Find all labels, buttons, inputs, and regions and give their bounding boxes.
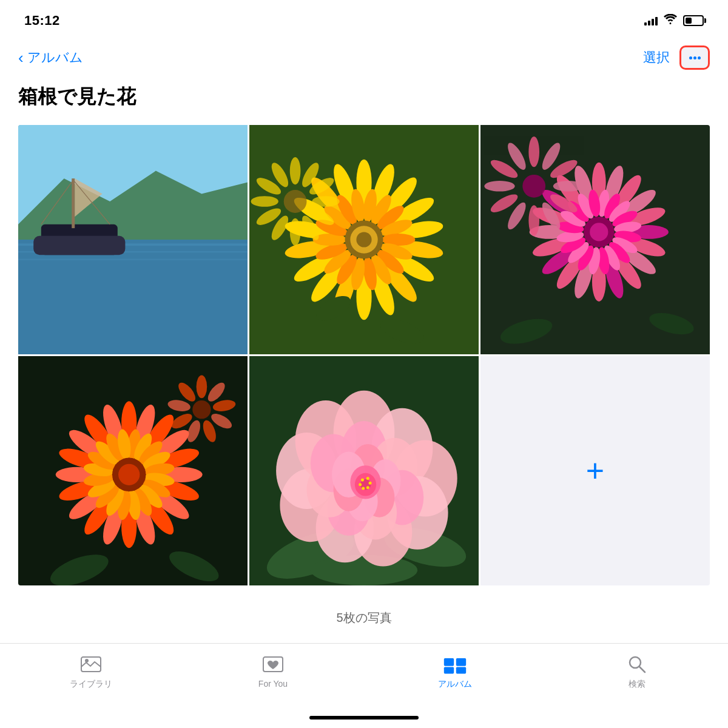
svg-point-117 — [528, 205, 539, 235]
photo-rose[interactable] — [249, 356, 479, 585]
tab-albums-label: アルバム — [438, 679, 472, 690]
tab-search-label: 検索 — [629, 679, 645, 690]
more-dot-1 — [689, 56, 692, 59]
select-button[interactable]: 選択 — [643, 49, 670, 67]
svg-point-168 — [118, 464, 140, 485]
svg-point-114 — [553, 181, 584, 192]
tab-bar: ライブラリ For You アルバム — [0, 643, 728, 728]
more-dot-2 — [693, 56, 696, 59]
svg-point-213 — [366, 486, 369, 489]
svg-rect-9 — [72, 178, 75, 228]
svg-point-62 — [251, 196, 278, 207]
albums-icon — [443, 653, 467, 675]
signal-icon — [644, 16, 658, 25]
wifi-icon — [664, 14, 677, 28]
svg-point-212 — [369, 482, 372, 485]
tab-foryou[interactable]: For You — [182, 653, 364, 689]
foryou-icon — [261, 653, 285, 675]
tab-library-label: ライブラリ — [70, 679, 112, 690]
more-dot-3 — [698, 56, 701, 59]
back-button[interactable]: ‹ アルバム — [18, 49, 83, 67]
svg-point-59 — [290, 218, 301, 246]
svg-point-53 — [290, 157, 301, 184]
svg-rect-219 — [444, 658, 454, 666]
nav-bar: ‹ アルバム 選択 — [0, 36, 728, 79]
svg-point-214 — [362, 487, 365, 490]
svg-rect-221 — [444, 667, 454, 674]
more-button[interactable] — [679, 46, 710, 70]
svg-line-224 — [639, 667, 645, 672]
svg-point-56 — [312, 196, 339, 207]
svg-rect-220 — [456, 658, 466, 666]
svg-point-52 — [356, 232, 371, 247]
tab-foryou-label: For You — [258, 679, 288, 689]
svg-rect-8 — [33, 236, 125, 255]
photo-pink[interactable] — [480, 125, 710, 354]
status-icons — [644, 14, 704, 28]
svg-point-65 — [284, 190, 307, 213]
home-indicator — [309, 716, 419, 720]
add-icon: + — [586, 455, 604, 487]
add-photo-cell[interactable]: + — [480, 356, 710, 585]
nav-actions: 選択 — [643, 46, 710, 70]
photo-lake[interactable] — [18, 125, 248, 354]
svg-point-111 — [528, 136, 539, 167]
svg-rect-3 — [18, 240, 248, 354]
photo-yellow[interactable] — [249, 125, 479, 354]
search-icon — [625, 653, 649, 675]
svg-point-184 — [311, 555, 417, 585]
tab-search[interactable]: 検索 — [546, 653, 728, 690]
svg-point-123 — [522, 175, 545, 198]
photo-grid: + — [18, 125, 710, 585]
back-label: アルバム — [27, 49, 83, 67]
svg-point-217 — [85, 659, 89, 662]
library-icon — [79, 653, 103, 675]
photo-orange[interactable] — [18, 356, 248, 585]
tab-library[interactable]: ライブラリ — [0, 653, 182, 690]
photo-count: 5枚の写真 — [0, 610, 728, 626]
svg-point-120 — [484, 181, 514, 192]
svg-rect-6 — [18, 259, 248, 261]
back-chevron-icon: ‹ — [18, 49, 24, 67]
svg-point-178 — [192, 400, 211, 419]
svg-rect-222 — [456, 667, 466, 674]
svg-point-169 — [197, 376, 207, 399]
status-time: 15:12 — [24, 13, 60, 29]
svg-point-211 — [366, 477, 369, 480]
svg-point-210 — [361, 479, 364, 482]
battery-icon — [683, 15, 704, 26]
page-title: 箱根で見た花 — [0, 79, 728, 125]
svg-point-110 — [590, 223, 608, 241]
tab-albums[interactable]: アルバム — [364, 653, 546, 690]
status-bar: 15:12 — [0, 0, 728, 36]
svg-point-215 — [359, 483, 362, 486]
